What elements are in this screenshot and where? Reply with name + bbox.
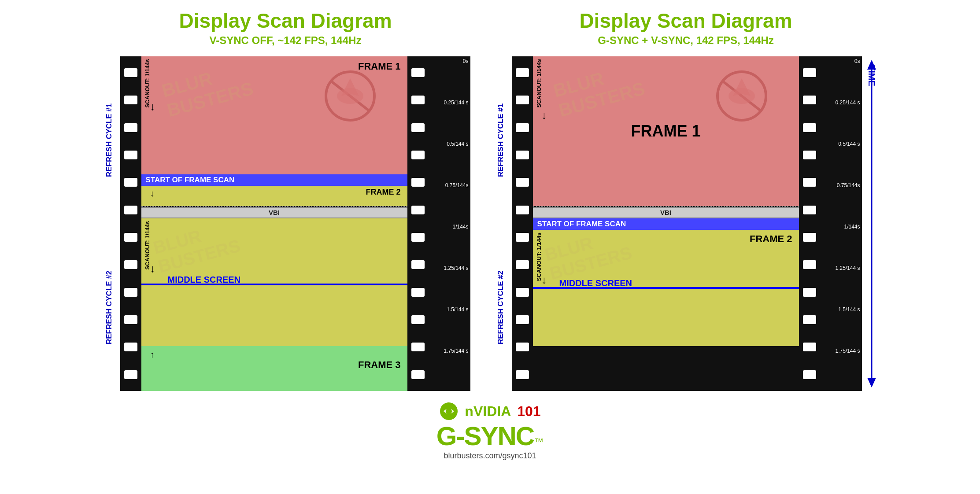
time-arrow-svg	[865, 56, 878, 391]
left-watermark2: BLURBUSTERS	[151, 217, 242, 276]
right-scanout2-arrow: ↓	[542, 274, 547, 286]
sh	[411, 206, 425, 214]
both-diagrams: Display Scan Diagram V-SYNC OFF, ~142 FP…	[101, 9, 880, 391]
blurbusters-101-label: 101	[517, 403, 540, 420]
right-cycle1-label: REFRESH CYCLE #1	[492, 56, 509, 224]
right-scanout1-arrow: ↓	[542, 109, 547, 122]
sh	[411, 178, 425, 187]
rtlabel-1: 0.25/144 s	[822, 100, 860, 106]
sh	[411, 315, 425, 324]
sh	[411, 123, 425, 132]
right-time-labels: 0s 0.25/144 s 0.5/144 s 0.75/144s 1/144s…	[820, 56, 862, 391]
sh	[516, 288, 529, 297]
right-cycle2-label: REFRESH CYCLE #2	[492, 224, 509, 391]
sh	[516, 206, 529, 214]
left-main-film: BLURBUSTERS	[120, 56, 429, 391]
left-frame2-block: FRAME 2 ↓	[141, 186, 407, 206]
tlabel-6: 1.5/144 s	[430, 306, 469, 313]
left-time-labels: 0s 0.25/144 s 0.5/144 s 0.75/144s 1/144s…	[429, 56, 470, 391]
left-start-scan-label: START OF FRAME SCAN	[146, 176, 235, 184]
left-scanout1-label: SCANOUT: 1/144s	[144, 59, 151, 108]
sh	[803, 151, 816, 159]
sh	[803, 68, 816, 77]
right-frame2-label: FRAME 2	[750, 233, 792, 245]
footer-url: blurbusters.com/gsync101	[444, 451, 536, 461]
sh	[516, 123, 529, 132]
rtlabel-6: 1.5/144 s	[822, 306, 860, 313]
right-middle-screen-label: MIDDLE SCREEN	[559, 278, 632, 288]
right-sprockets-right	[799, 56, 820, 391]
left-frame2-arrow: ↓	[150, 188, 155, 199]
gsync-label: G-SYNC	[436, 421, 534, 451]
sh	[124, 206, 137, 214]
sh	[124, 370, 137, 379]
left-cycle1-area: BLURBUSTERS	[141, 56, 407, 206]
left-frame2-label: FRAME 2	[366, 188, 400, 197]
sh	[124, 123, 137, 132]
sh	[124, 288, 137, 297]
sh	[803, 260, 816, 269]
sh	[803, 370, 816, 379]
rtlabel-2: 0.5/144 s	[822, 141, 860, 147]
svg-marker-7	[733, 78, 751, 96]
left-sprockets-right	[407, 56, 429, 391]
rtlabel-5: 1.25/144 s	[822, 265, 860, 271]
sh	[411, 288, 425, 297]
left-diagram-header: Display Scan Diagram V-SYNC OFF, ~142 FP…	[101, 9, 470, 52]
sh	[516, 315, 529, 324]
footer: nVIDIA 101 G-SYNC ™ blurbusters.com/gsyn…	[436, 402, 544, 461]
nvidia-label: nVIDIA	[465, 403, 511, 420]
left-cycle1-label: REFRESH CYCLE #1	[101, 56, 118, 224]
left-frame3-label: FRAME 3	[358, 359, 401, 371]
sh	[516, 178, 529, 187]
sh	[411, 151, 425, 159]
sh	[124, 315, 137, 324]
right-subtitle: G-SYNC + V-SYNC, 142 FPS, 144Hz	[492, 34, 880, 47]
tlabel-3: 0.75/144s	[430, 182, 469, 188]
left-scanout2-label: SCANOUT: 1/144s	[144, 221, 151, 270]
left-frame3-up-arrow: ↑	[150, 350, 155, 360]
left-sprockets-left	[120, 56, 141, 391]
sh	[124, 260, 137, 269]
right-film-section: BLURBUSTERS	[512, 56, 880, 391]
right-vbi-label: VBI	[660, 209, 671, 216]
sh	[516, 68, 529, 77]
right-start-frame-scan: START OF FRAME SCAN	[533, 218, 799, 230]
sh	[411, 343, 425, 351]
tlabel-7: 1.75/144 s	[430, 348, 469, 354]
sh	[803, 288, 816, 297]
sh	[124, 178, 137, 187]
right-frame1-block: BLURBUSTERS	[533, 56, 799, 206]
sh	[124, 151, 137, 159]
left-scanout1-arrow: ↓	[150, 100, 155, 113]
right-film-and-labels: REFRESH CYCLE #1 REFRESH CYCLE #2	[492, 56, 880, 391]
tlabel-4: 1/144s	[430, 224, 469, 230]
right-cycle2-black	[533, 346, 799, 391]
right-diagram-header: Display Scan Diagram G-SYNC + V-SYNC, 14…	[492, 9, 880, 52]
right-content-area: BLURBUSTERS	[533, 56, 799, 391]
sh	[124, 68, 137, 77]
svg-marker-11	[867, 60, 876, 70]
tlabel-5: 1.25/144 s	[430, 265, 469, 271]
left-frame3-block: ↑ FRAME 3	[141, 346, 407, 391]
sh	[516, 260, 529, 269]
left-vbi-bar: VBI	[141, 207, 407, 218]
left-scanout2-arrow: ↓	[150, 262, 155, 275]
gsync-tm: ™	[534, 436, 544, 448]
sh	[411, 260, 425, 269]
left-middle-screen-label: MIDDLE SCREEN	[168, 275, 241, 285]
left-film-and-labels: REFRESH CYCLE #1 REFRESH CYCLE #2	[101, 56, 470, 391]
sh	[411, 370, 425, 379]
sh	[124, 343, 137, 351]
sh	[803, 96, 816, 104]
left-cycle2-area: BLURBUSTERS SCANOUT: 1/144s ↓ MIDDLE SCR…	[141, 218, 407, 391]
nvidia-eye-icon	[439, 402, 459, 421]
left-watermark1: BLURBUSTERS	[159, 59, 255, 121]
sh	[803, 315, 816, 324]
sh	[803, 206, 816, 214]
left-plane-icon	[319, 70, 381, 122]
left-content-area: BLURBUSTERS	[141, 56, 407, 391]
rtlabel-7: 1.75/144 s	[822, 348, 860, 354]
sh	[803, 233, 816, 242]
right-plane-icon	[711, 70, 773, 122]
